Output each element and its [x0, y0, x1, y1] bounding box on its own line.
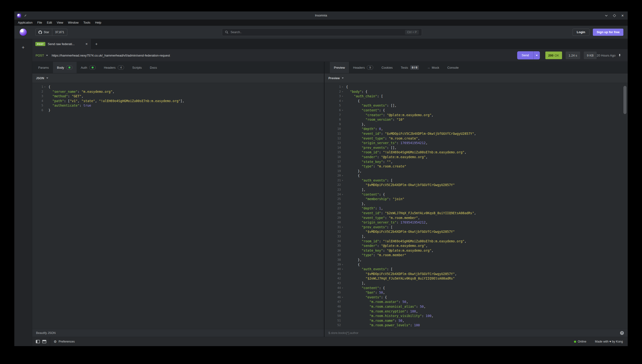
request-tab-scripts[interactable]: Scripts: [128, 62, 146, 73]
scrollbar-thumb[interactable]: [623, 86, 626, 114]
online-status[interactable]: Online: [574, 340, 586, 343]
toggle-panel-icon[interactable]: [42, 340, 46, 343]
response-tab-cookies[interactable]: Cookies: [377, 62, 397, 73]
url-input[interactable]: https://hammerhead.nexy7574.co.uk/_hamme…: [52, 54, 517, 57]
fold-arrow-icon[interactable]: ▾: [341, 286, 344, 290]
login-button[interactable]: Login: [572, 28, 589, 36]
fold-arrow-icon[interactable]: ▾: [341, 99, 344, 104]
response-tab-tests[interactable]: Tests0 / 0: [397, 62, 423, 73]
request-tab-params[interactable]: Params: [34, 62, 53, 73]
code-line: 25"membership": "join": [325, 197, 628, 202]
code-line: 5"auth_events": [],: [325, 103, 628, 108]
line-number: 50: [325, 314, 341, 318]
line-number: 4: [325, 99, 341, 104]
insomnia-logo-icon: [17, 14, 21, 18]
fold-arrow-icon[interactable]: ▾: [341, 225, 344, 230]
code-line: 30"origin_server_ts": 1769541954212,: [325, 220, 628, 225]
signup-button[interactable]: Sign up for free: [593, 28, 623, 36]
code-text: "event_type": "m.room.create",: [344, 136, 420, 141]
code-text: "room_version": "10": [344, 117, 404, 122]
fold-arrow-icon[interactable]: ▾: [341, 85, 344, 90]
beautify-json-button[interactable]: Beautify JSON: [36, 331, 56, 335]
maximize-icon[interactable]: [613, 14, 616, 17]
line-number: 11: [325, 132, 341, 136]
preview-mode-dropdown[interactable]: Preview: [325, 74, 628, 83]
star-count[interactable]: 37,871: [52, 29, 67, 36]
tabbar: POST Send raw federati... ✕ +: [32, 39, 628, 49]
request-tab-auth[interactable]: Auth: [77, 62, 100, 73]
fold-arrow-icon[interactable]: ▾: [341, 90, 344, 94]
minimize-icon[interactable]: [605, 14, 608, 17]
response-body-viewer[interactable]: 1▾{2▾"body": {3▾"auth_chain": [4▾{5"auth…: [325, 83, 628, 329]
code-line: 52"m.room.power_levels": 100: [325, 323, 628, 328]
request-body-editor[interactable]: 1▾{2"server_name": "m.easydemo.org",3"me…: [32, 83, 324, 329]
request-tab-docs[interactable]: Docs: [146, 62, 161, 73]
response-tab-preview[interactable]: Preview: [330, 62, 349, 73]
line-number: 4: [32, 99, 43, 104]
request-tab-body[interactable]: Body: [53, 62, 77, 73]
code-text: "auth_events": [],: [344, 103, 397, 108]
menu-application[interactable]: Application: [18, 21, 35, 24]
code-text: "$2eWLJ7HqX_FJu5mYALv0KqsB_8uiYIIQ9EtsA0…: [344, 276, 455, 281]
response-age[interactable]: 20 Hours Ago: [597, 54, 615, 57]
pin-response-icon[interactable]: [618, 54, 621, 57]
github-star-widget[interactable]: Star 37,871: [35, 28, 67, 36]
menu-window[interactable]: Window: [66, 21, 81, 24]
code-line: 9},: [325, 122, 628, 127]
line-number: 35: [325, 244, 341, 248]
arrow-right-icon: →: [427, 66, 430, 70]
tab-label: Body: [57, 66, 64, 70]
fold-arrow-icon[interactable]: ▾: [341, 267, 344, 272]
code-text: "content": {: [344, 108, 385, 113]
send-options-button[interactable]: [533, 51, 540, 60]
menu-help[interactable]: Help: [93, 21, 104, 24]
fold-arrow-icon[interactable]: ▾: [341, 108, 344, 113]
line-number: 7: [325, 113, 341, 118]
new-project-button[interactable]: +: [22, 44, 25, 346]
menu-tools[interactable]: Tools: [81, 21, 93, 24]
menu-file[interactable]: File: [35, 21, 44, 24]
code-text: "server_name": "m.easydemo.org",: [47, 90, 114, 94]
line-number: 1: [32, 85, 43, 90]
code-text: "content": {: [344, 192, 385, 197]
toggle-sidebar-icon[interactable]: [36, 340, 40, 343]
search-input[interactable]: Search.. Ctrl + P: [222, 28, 422, 36]
request-tab-headers[interactable]: Headers4: [100, 62, 128, 73]
fold-arrow-icon[interactable]: ▾: [341, 192, 344, 197]
tab-close-icon[interactable]: ✕: [86, 42, 88, 46]
code-line: 3▾"auth_chain": [: [325, 94, 628, 99]
fold-arrow-icon[interactable]: ▾: [341, 94, 344, 99]
chevron-down-icon: [46, 55, 48, 56]
response-time-badge: 1.24 s: [566, 52, 580, 59]
code-text: "creator": "@plate:m.easydemo.org",: [344, 113, 433, 118]
line-number: 25: [325, 197, 341, 202]
menu-view[interactable]: View: [55, 21, 66, 24]
request-tab[interactable]: POST Send raw federati... ✕: [32, 39, 91, 49]
filter-help-icon[interactable]: ?: [620, 331, 624, 335]
fold-arrow-icon[interactable]: ▾: [43, 85, 47, 90]
online-dot-icon: [574, 340, 576, 343]
menu-edit[interactable]: Edit: [44, 21, 55, 24]
response-filter-input[interactable]: $.store.books[*].author: [328, 331, 620, 335]
line-number: 12: [325, 136, 341, 141]
response-tab-mock[interactable]: →Mock: [423, 62, 443, 73]
code-text: "prev_events": [: [344, 225, 393, 230]
fold-arrow-icon[interactable]: ▾: [341, 178, 344, 183]
line-number: 38: [325, 258, 341, 262]
line-number: 40: [325, 267, 341, 272]
new-tab-button[interactable]: +: [91, 39, 102, 49]
fold-arrow-icon[interactable]: ▾: [341, 262, 344, 267]
fold-arrow-icon[interactable]: ▾: [341, 174, 344, 178]
count-badge: 4: [118, 65, 124, 70]
fold-arrow-icon[interactable]: ▾: [341, 295, 344, 300]
preferences-button[interactable]: ⚙ Preferences: [50, 340, 75, 344]
github-icon: [39, 30, 42, 34]
send-button[interactable]: Send: [517, 51, 533, 60]
response-tab-console[interactable]: Console: [443, 62, 463, 73]
method-dropdown[interactable]: POST: [36, 54, 48, 57]
close-window-icon[interactable]: ✕: [621, 14, 624, 17]
body-type-label: JSON: [36, 76, 44, 80]
response-tab-headers[interactable]: Headers9: [349, 62, 377, 73]
code-text: {: [344, 99, 360, 104]
body-type-dropdown[interactable]: JSON: [32, 74, 324, 83]
